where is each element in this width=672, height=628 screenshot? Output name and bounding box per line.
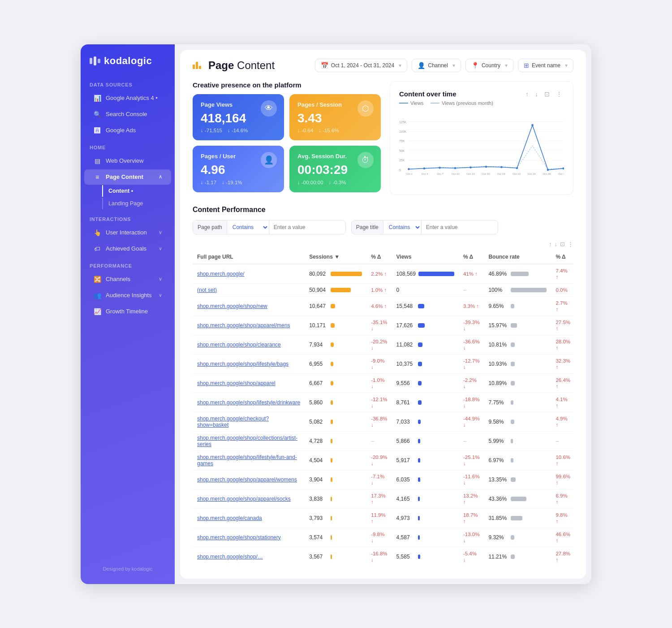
cell-pct3: 4.9% ↑ [551,412,573,431]
sort-up-icon[interactable]: ↑ [549,241,552,247]
table-title: Content Performance [193,206,573,214]
cell-pct1: 11.9% ↑ [366,508,392,528]
sidebar-item-page-content[interactable]: ≡ Page Content ∧ [84,169,171,185]
legend-views: Views [399,100,423,106]
cell-pct3: 32.3% ↑ [551,354,573,373]
cell-bounce: 31.85% [484,508,551,528]
date-label: Oct 1, 2024 - Oct 31, 2024 [331,62,394,69]
card-pv-icon: 👁 [261,100,277,117]
achieved-goals-icon: 🏷 [93,245,101,253]
cell-sessions: 10,171 [305,316,366,335]
cell-pct3: 10.6% ↑ [551,450,573,470]
table-body: shop.merch.google/ 80,092 2.2% ↑ 108,569… [193,264,573,566]
cell-url[interactable]: shop.merch.google/canada [193,508,305,528]
sidebar-item-audience[interactable]: 👥 Audience Insights ∨ [84,288,171,303]
filter-path-type[interactable]: Contains Equals Starts with [227,221,269,234]
cell-sessions: 7,934 [305,335,366,354]
cell-url[interactable]: shop.merch.google/shop/apparel/socks [193,489,305,508]
svg-text:125K: 125K [399,120,406,123]
cell-url[interactable]: shop.merch.google/shop/apparel/womens [193,470,305,489]
chart-export-btn[interactable]: ⊡ [543,90,551,99]
chart-area: 125K 100K 75K 50K 25K 0 [399,109,564,190]
ai-chevron: ∨ [159,292,162,298]
sidebar-sub-landing[interactable]: Landing Page [102,198,175,209]
sidebar-item-gads[interactable]: 🅰 Google Ads [84,123,171,138]
cell-views: 4,973 [392,508,459,528]
card-pages-session: Pages / Session ⬡ 3.43 ↓ -0.64 ↓ -15.6% [289,94,381,141]
achieved-goals-label: Achieved Goals [106,245,146,252]
cell-pct1: -1.0% ↓ [366,373,392,393]
cell-bounce: 10.93% [484,354,551,373]
cell-sessions: 4,728 [305,431,366,450]
cell-url[interactable]: shop.merch.google/shop/lifestyle/bags [193,354,305,373]
interactions-label: Interactions [81,210,175,225]
sidebar-sub-content[interactable]: Content • [102,185,175,197]
pu-delta2: ↓ -19.1% [222,180,242,185]
cell-views: 4,587 [392,528,459,547]
filter-group-title: Page title Contains Equals [351,220,498,234]
cell-url[interactable]: shop.merch.google/ [193,264,305,284]
cell-sessions: 10,647 [305,296,366,316]
data-table: Full page URL Sessions ▼ % Δ Views % Δ B… [193,250,573,566]
cell-url[interactable]: shop.merch.google/shop/lifestyle/drinkwa… [193,393,305,412]
cell-pct1: -36.8% ↓ [366,412,392,431]
sort-down-icon[interactable]: ↓ [555,241,558,247]
cell-pct2: – [459,431,484,450]
cell-pct3: 28.0% ↑ [551,335,573,354]
date-filter[interactable]: 📅 Oct 1, 2024 - Oct 31, 2024 ▾ [315,59,407,72]
ga4-label: Google Analytics 4 • [106,95,158,101]
cell-bounce: 100% [484,283,551,296]
sidebar-item-sc[interactable]: 🔍 Search Console [84,107,171,122]
chart-more-btn[interactable]: ⋮ [554,90,564,99]
cell-url[interactable]: shop.merch.google/shop/lifestyle/fun-and… [193,450,305,470]
col-bounce: Bounce rate [484,250,551,264]
svg-point-13 [423,167,426,169]
cell-pct3: 27.8% ↑ [551,547,573,566]
svg-point-15 [454,167,457,169]
channel-dropdown: ▾ [452,62,455,69]
channel-filter[interactable]: 👤 Channel ▾ [412,59,461,72]
cell-url[interactable]: shop.merch.google/shop/… [193,547,305,566]
cell-url[interactable]: shop.merch.google/shop/clearance [193,335,305,354]
cell-pct3: 46.6% ↑ [551,528,573,547]
table-row: shop.merch.google/canada 3,793 11.9% ↑ 4… [193,508,573,528]
svg-point-21 [547,169,549,171]
cell-bounce: 6.97% [484,450,551,470]
sidebar-item-channels[interactable]: 🔀 Channels ∨ [84,272,171,287]
chart-svg: 125K 100K 75K 50K 25K 0 [399,109,564,186]
card-page-views: Page Views 👁 418,164 ↓ -71,515 ↓ -14.6% [193,94,284,141]
card-ps-icon: ⬡ [358,100,374,117]
sidebar-item-ga4[interactable]: 📊 Google Analytics 4 • [84,91,171,106]
cell-url[interactable]: shop.merch.google/shop/new [193,296,305,316]
cell-url[interactable]: (not set) [193,283,305,296]
table-row: shop.merch.google/shop/new 10,647 4.6% ↑… [193,296,573,316]
table-more-icon[interactable]: ⋮ [568,241,573,247]
cell-pct1: – [366,431,392,450]
chart-up-btn[interactable]: ↑ [524,90,530,99]
web-overview-label: Web Overview [106,157,143,164]
sidebar-item-user-interaction[interactable]: 👆 User Interaction ∨ [84,225,171,240]
user-interaction-icon: 👆 [93,229,101,237]
table-export-icon[interactable]: ⊡ [560,241,565,247]
performance-label: Performance [81,257,175,271]
table-row: shop.merch.google/shop/lifestyle/fun-and… [193,450,573,470]
filter-title-type[interactable]: Contains Equals [383,221,422,234]
sidebar-item-achieved-goals[interactable]: 🏷 Achieved Goals ∨ [84,241,171,256]
sidebar-item-web-overview[interactable]: ▤ Web Overview [84,153,171,169]
country-filter[interactable]: 📍 Country ▾ [465,59,513,72]
cell-url[interactable]: shop.merch.google/checkout?show=basket [193,412,305,431]
cell-url[interactable]: shop.merch.google/shop/stationery [193,528,305,547]
filter-path-input[interactable] [269,221,345,234]
chart-down-btn[interactable]: ↓ [533,90,540,99]
filter-title-input[interactable] [422,221,498,234]
home-label: Home [81,139,175,153]
cell-pct1: 17.3% ↑ [366,489,392,508]
cell-url[interactable]: shop.merch.google/shop/apparel [193,373,305,393]
cell-url[interactable]: shop.merch.google/shop/collections/artis… [193,431,305,450]
cell-url[interactable]: shop.merch.google/shop/apparel/mens [193,316,305,335]
col-sessions[interactable]: Sessions ▼ [305,250,366,264]
sidebar-item-growth[interactable]: 📈 Growth Timeline [84,304,171,319]
sc-icon: 🔍 [93,110,101,118]
svg-point-19 [516,167,518,169]
event-filter[interactable]: ⊞ Event name ▾ [518,59,573,72]
